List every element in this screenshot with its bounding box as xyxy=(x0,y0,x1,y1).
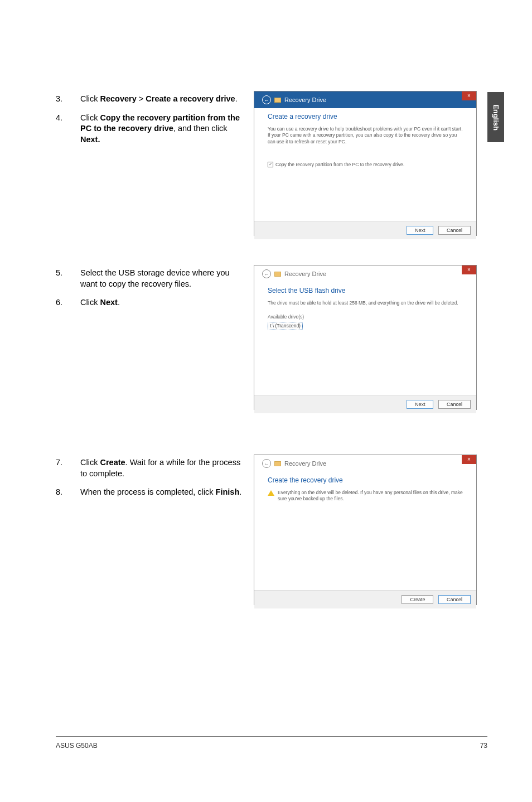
language-tab: English xyxy=(487,92,504,142)
step-4-num: 4. xyxy=(56,113,80,146)
step-6: 6. Click Next. xyxy=(56,297,245,308)
next-button[interactable]: Next xyxy=(407,226,434,235)
dialog-footer: Create Cancel xyxy=(254,590,476,608)
dialog-body: Everything on the drive will be deleted.… xyxy=(254,490,476,590)
dialog-footer: Next Cancel xyxy=(254,395,476,413)
step-7-num: 7. xyxy=(56,457,80,479)
back-icon[interactable]: ← xyxy=(262,269,271,278)
dialog-create-recovery: × ← Recovery Drive Create a recovery dri… xyxy=(254,91,477,236)
back-icon[interactable]: ← xyxy=(262,95,271,104)
cancel-button[interactable]: Cancel xyxy=(438,226,471,235)
folder-icon xyxy=(274,98,281,103)
warning-icon xyxy=(268,490,274,496)
checkbox-label: Copy the recovery partition from the PC … xyxy=(275,162,404,168)
page-footer: ASUS G50AB 73 xyxy=(56,742,487,750)
footer-page-number: 73 xyxy=(480,742,487,750)
next-button[interactable]: Next xyxy=(407,400,434,409)
step-6-num: 6. xyxy=(56,297,80,308)
dialog-heading: Create a recovery drive xyxy=(254,108,476,126)
step-3-num: 3. xyxy=(56,94,80,105)
dialog-title: Recovery Drive xyxy=(284,460,326,467)
step-3-body: Click Recovery > Create a recovery drive… xyxy=(80,94,245,105)
step-8-num: 8. xyxy=(56,487,80,498)
dialog-para: You can use a recovery drive to help tro… xyxy=(268,126,463,145)
step-4-body: Click Copy the recovery partition from t… xyxy=(80,113,245,146)
close-button[interactable]: × xyxy=(462,91,476,100)
back-icon[interactable]: ← xyxy=(262,459,271,468)
instructions-block-2: 5. Select the USB storage device where y… xyxy=(56,268,245,316)
dialog-body: You can use a recovery drive to help tro… xyxy=(254,126,476,221)
instructions-block-3: 7. Click Create. Wait for a while for th… xyxy=(56,457,245,506)
dialog-title: Recovery Drive xyxy=(284,270,326,277)
dialog-select-usb: × ← Recovery Drive Select the USB flash … xyxy=(254,265,477,410)
dialog-create-drive: × ← Recovery Drive Create the recovery d… xyxy=(254,455,477,605)
copy-partition-checkbox[interactable]: ✓ Copy the recovery partition from the P… xyxy=(268,162,463,168)
cancel-button[interactable]: Cancel xyxy=(438,595,471,604)
dialog-titlebar: ← Recovery Drive xyxy=(254,91,476,108)
language-tab-label: English xyxy=(492,104,500,131)
dialog-titlebar: ← Recovery Drive xyxy=(254,265,476,282)
checkbox-box: ✓ xyxy=(268,162,273,167)
drive-list: Available drive(s) I:\ (Transcend) xyxy=(268,314,463,330)
dialog-para: The drive must be able to hold at least … xyxy=(268,300,463,306)
dialog-body: The drive must be able to hold at least … xyxy=(254,300,476,395)
folder-icon xyxy=(274,272,281,277)
dialog-titlebar: ← Recovery Drive xyxy=(254,455,476,472)
available-drives-label: Available drive(s) xyxy=(268,314,463,320)
dialog-heading: Create the recovery drive xyxy=(254,472,476,490)
folder-icon xyxy=(274,461,281,466)
step-8-body: When the process is completed, click Fin… xyxy=(80,487,245,498)
dialog-heading: Select the USB flash drive xyxy=(254,282,476,300)
warning-text: Everything on the drive will be deleted.… xyxy=(278,490,463,503)
step-8: 8. When the process is completed, click … xyxy=(56,487,245,498)
close-button[interactable]: × xyxy=(462,265,476,274)
dialog-title: Recovery Drive xyxy=(284,96,326,103)
drive-item[interactable]: I:\ (Transcend) xyxy=(268,322,303,330)
step-4: 4. Click Copy the recovery partition fro… xyxy=(56,113,245,146)
close-button[interactable]: × xyxy=(462,455,476,464)
warning-row: Everything on the drive will be deleted.… xyxy=(268,490,463,503)
step-7-body: Click Create. Wait for a while for the p… xyxy=(80,457,245,479)
dialog-footer: Next Cancel xyxy=(254,221,476,239)
step-6-body: Click Next. xyxy=(80,297,245,308)
instructions-block-1: 3. Click Recovery > Create a recovery dr… xyxy=(56,94,245,153)
step-5: 5. Select the USB storage device where y… xyxy=(56,268,245,289)
step-5-body: Select the USB storage device where you … xyxy=(80,268,245,289)
create-button[interactable]: Create xyxy=(402,595,433,604)
footer-model: ASUS G50AB xyxy=(56,742,98,750)
step-5-num: 5. xyxy=(56,268,80,289)
step-7: 7. Click Create. Wait for a while for th… xyxy=(56,457,245,479)
step-3: 3. Click Recovery > Create a recovery dr… xyxy=(56,94,245,105)
footer-divider xyxy=(56,736,487,737)
cancel-button[interactable]: Cancel xyxy=(438,400,471,409)
